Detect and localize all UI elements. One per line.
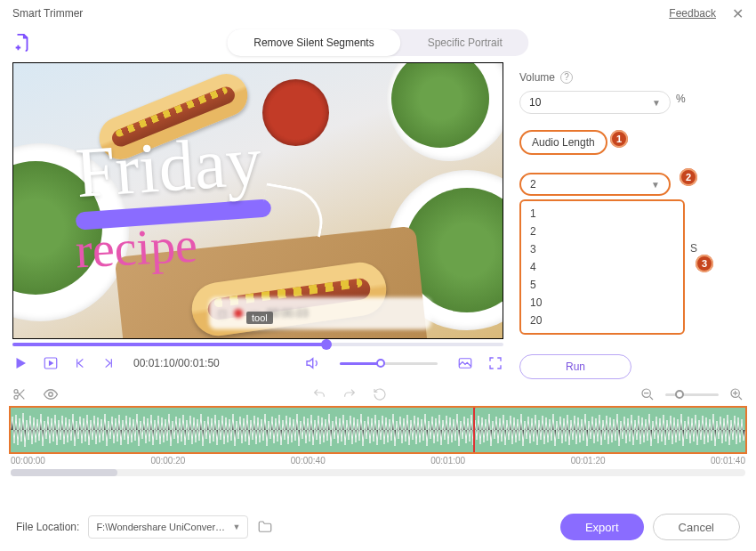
- time-ruler: 00:00:0000:00:2000:00:4000:01:0000:01:20…: [0, 454, 756, 466]
- volume-slider[interactable]: [340, 362, 438, 365]
- option-20[interactable]: 20: [521, 312, 683, 329]
- preview-pane: Friday recipe ◻▭00:00.03 tool 00:01:10/0…: [12, 62, 503, 379]
- mode-tabs: Remove Silent Segments Specific Portrait: [227, 29, 528, 56]
- cancel-button[interactable]: Cancel: [653, 514, 740, 540]
- preview-toggle-icon[interactable]: [43, 386, 59, 402]
- option-2[interactable]: 2: [521, 223, 683, 240]
- play-icon[interactable]: [12, 355, 28, 371]
- file-location-select[interactable]: F:\Wondershare UniConverter 1 ▼: [88, 515, 248, 539]
- scrubber[interactable]: [12, 343, 503, 346]
- help-icon[interactable]: ?: [560, 71, 573, 84]
- undo-icon[interactable]: [312, 387, 326, 401]
- audio-length-select[interactable]: 2▼: [519, 173, 671, 196]
- chevron-down-icon: ▼: [651, 180, 660, 190]
- window-title: Smart Trimmer: [12, 7, 83, 20]
- overlay-text-recipe: recipe: [74, 215, 198, 279]
- option-4[interactable]: 4: [521, 258, 683, 276]
- audio-length-label: Audio Length: [519, 130, 607, 155]
- next-frame-icon[interactable]: [101, 356, 116, 370]
- feedback-link[interactable]: Feedback: [669, 7, 716, 20]
- export-button[interactable]: Export: [560, 514, 644, 540]
- svg-point-4: [49, 393, 53, 397]
- option-10[interactable]: 10: [521, 294, 683, 312]
- timeline-tools: [0, 379, 756, 402]
- horizontal-scrollbar[interactable]: [11, 469, 745, 476]
- play-segment-icon[interactable]: [43, 355, 59, 371]
- option-1[interactable]: 1: [521, 205, 683, 223]
- close-icon[interactable]: ✕: [732, 5, 744, 22]
- volume-unit: %: [676, 93, 686, 105]
- overlay-text-friday: Friday: [74, 128, 263, 205]
- seconds-unit: S: [690, 242, 697, 255]
- zoom-in-icon[interactable]: [729, 387, 744, 401]
- top-bar: Remove Silent Segments Specific Portrait: [0, 27, 756, 59]
- cut-icon[interactable]: [12, 387, 27, 401]
- reset-icon[interactable]: [373, 387, 387, 401]
- option-3[interactable]: 3: [521, 240, 683, 258]
- redo-icon[interactable]: [342, 387, 357, 401]
- run-button[interactable]: Run: [519, 354, 631, 379]
- volume-label: Volume ?: [519, 71, 573, 84]
- zoom-slider[interactable]: [665, 393, 719, 396]
- footer-bar: File Location: F:\Wondershare UniConvert…: [0, 503, 756, 551]
- volume-select[interactable]: 10▼: [519, 91, 671, 114]
- timecode: 00:01:10/00:01:50: [133, 357, 220, 369]
- option-5[interactable]: 5: [521, 276, 683, 294]
- waveform-track[interactable]: [9, 406, 747, 454]
- prev-frame-icon[interactable]: [73, 356, 87, 370]
- player-controls: 00:01:10/00:01:50: [12, 355, 503, 371]
- snapshot-icon[interactable]: [457, 355, 473, 371]
- tab-specific-portrait[interactable]: Specific Portrait: [401, 29, 529, 56]
- chevron-down-icon: ▼: [652, 98, 661, 108]
- zoom-out-icon[interactable]: [640, 387, 655, 401]
- file-location-label: File Location:: [16, 521, 79, 533]
- open-folder-icon[interactable]: [257, 519, 273, 535]
- fullscreen-icon[interactable]: [487, 355, 503, 371]
- video-preview[interactable]: Friday recipe ◻▭00:00.03 tool: [12, 62, 503, 339]
- add-file-icon[interactable]: [12, 33, 32, 53]
- annotation-2: 2: [680, 168, 697, 186]
- settings-panel: Volume ? 10▼ % Audio Length 1 2▼ 2 1 2 3: [519, 62, 744, 379]
- annotation-3: 3: [696, 255, 713, 272]
- annotation-1: 1: [610, 130, 628, 148]
- playhead[interactable]: [473, 406, 475, 452]
- tab-remove-silent[interactable]: Remove Silent Segments: [227, 29, 400, 56]
- preview-control-bar: ◻▭00:00.03: [209, 297, 431, 329]
- volume-icon[interactable]: [304, 355, 320, 371]
- window-header: Smart Trimmer Feedback ✕: [0, 0, 756, 27]
- audio-length-dropdown: 1 2 3 4 5 10 20 S 3: [519, 199, 685, 335]
- chevron-down-icon: ▼: [232, 523, 240, 531]
- tool-tooltip: tool: [246, 312, 273, 324]
